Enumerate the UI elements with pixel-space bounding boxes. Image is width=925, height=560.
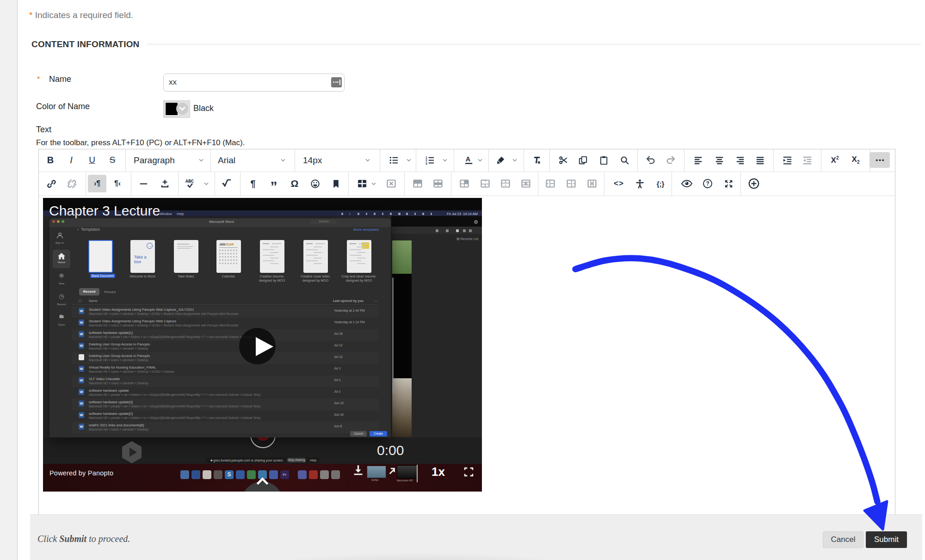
svg-text:?: ? [706,180,709,187]
svg-text:ABC: ABC [185,179,194,184]
svg-text:3: 3 [425,162,427,165]
svg-text:A: A [465,155,470,163]
